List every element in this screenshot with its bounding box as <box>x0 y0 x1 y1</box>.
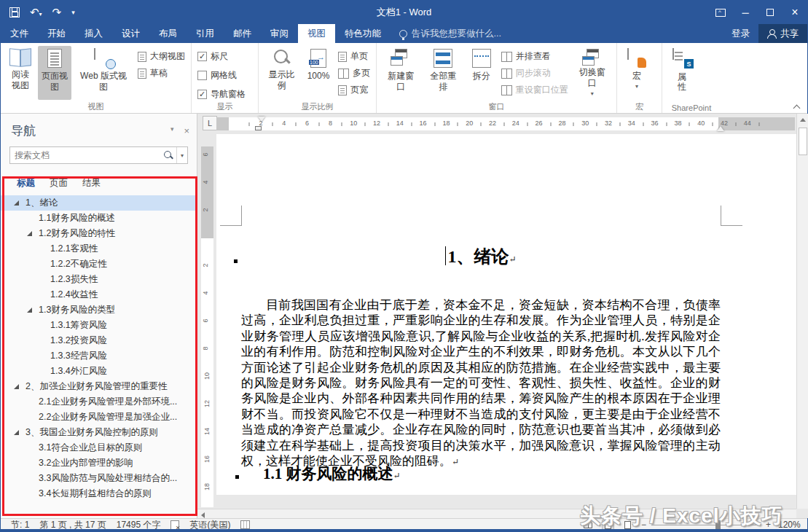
new-window-button[interactable]: 新建窗口 <box>380 46 421 100</box>
nav-tree-item[interactable]: 2.1企业财务风险管理是外部环境... <box>1 394 197 410</box>
zoom-100-button[interactable]: →100 100% <box>302 46 334 100</box>
document-heading1[interactable]: 1、绪论↵ <box>241 245 721 268</box>
redo-icon[interactable]: ↷ <box>52 6 62 19</box>
text-cursor <box>445 246 446 265</box>
arrange-all-button[interactable]: 全部重排 <box>423 46 463 100</box>
nav-tab[interactable]: 页面 <box>44 176 74 191</box>
nav-tree-item[interactable]: 1.3.3经营风险 <box>1 348 197 364</box>
menu-tab-6[interactable]: 邮件 <box>224 24 261 43</box>
nav-tree-item[interactable]: 1.2.3损失性 <box>1 272 197 287</box>
menu-tab-9[interactable]: 特色功能 <box>335 24 391 43</box>
read-mode-button[interactable]: 阅读视图 <box>4 46 36 100</box>
print-layout-button[interactable]: 页面视图 <box>38 46 71 100</box>
ruler-checkbox[interactable]: ✓标尺 <box>197 50 246 63</box>
menu-tab-4[interactable]: 布局 <box>149 24 187 43</box>
nav-tree-item[interactable]: 1、绪论 <box>1 195 197 211</box>
nav-tree-item[interactable]: 1.3.4外汇风险 <box>1 364 197 379</box>
zoom-button[interactable]: 显示比例 <box>262 46 301 100</box>
nav-tree-item-label: 1、绪论 <box>26 197 58 209</box>
menu-tab-8[interactable]: 视图 <box>298 24 335 43</box>
macros-icon <box>627 49 646 68</box>
document-paragraph[interactable]: 目前我国国有企业由于底于差，资本金不足，资金短缺，资本结构不合理，负债率过高，企… <box>241 297 721 470</box>
nav-tree-item[interactable]: 1.2.2不确定性 <box>1 257 197 272</box>
nav-tree-item-label: 3.1符合企业总目标的原则 <box>39 442 142 454</box>
nav-tree-item[interactable]: 1.3.2投资风险 <box>1 333 197 348</box>
nav-tree-item[interactable]: 2、加强企业财务风险管理的重要性 <box>1 379 197 394</box>
customize-qat-icon[interactable]: ▾ <box>71 9 75 16</box>
nav-tree-item[interactable]: 3、我国企业财务风险控制的原则 <box>1 425 197 440</box>
minimize-button[interactable]: ─ <box>733 1 758 24</box>
outline-view-button[interactable]: 大纲视图 <box>138 50 185 63</box>
macros-button[interactable]: 宏 ▾ <box>621 46 653 100</box>
draft-view-button[interactable]: 草稿 <box>138 67 185 79</box>
menu-tab-1[interactable]: 开始 <box>38 24 75 43</box>
document-page[interactable]: 1、绪论↵ 目前我国国有企业由于底于差，资本金不足，资金短缺，资本结构不合理，负… <box>216 134 796 495</box>
nav-pane-menu-icon[interactable]: ▾ <box>170 125 174 136</box>
web-layout-button[interactable]: Web 版式视图 <box>73 46 134 100</box>
nav-pane-check-icon: ✓ <box>197 90 207 99</box>
insert-mode-icon[interactable] <box>240 520 250 529</box>
page-width-button[interactable]: 页宽 <box>338 84 370 96</box>
title-bar: ↶▾ ↷ ▾ 文档1 - Word ─ × <box>1 1 807 24</box>
collapse-triangle-icon[interactable] <box>27 231 32 236</box>
nav-tab[interactable]: 结果 <box>77 176 106 191</box>
collapse-triangle-icon[interactable] <box>14 200 19 206</box>
word-window: ↶▾ ↷ ▾ 文档1 - Word ─ × 文件开始插入设计布局引用邮件审阅视图… <box>0 0 808 532</box>
collapse-ribbon-icon[interactable] <box>794 104 800 110</box>
menu-tab-2[interactable]: 插入 <box>75 24 112 43</box>
gridlines-checkbox[interactable]: 网格线 <box>197 69 246 82</box>
side-by-side-button[interactable]: 并排查看 <box>501 50 568 63</box>
maximize-button[interactable] <box>758 1 782 24</box>
search-input[interactable]: 搜索文档 ▾ <box>9 146 188 164</box>
tab-stop-selector[interactable]: L <box>203 116 217 130</box>
ribbon-display-options-button[interactable] <box>708 1 733 24</box>
search-options-icon[interactable]: ▾ <box>176 147 187 163</box>
multiple-pages-button[interactable]: 多页 <box>338 67 370 79</box>
tell-me-box[interactable]: 告诉我您想要做什么... <box>391 24 501 43</box>
nav-tree-item[interactable]: 1.3财务风险的类型 <box>1 302 197 318</box>
sign-in-button[interactable]: 登录 <box>723 24 758 43</box>
vertical-scroll-thumb[interactable] <box>799 128 807 155</box>
nav-pane-checkbox[interactable]: ✓导航窗格 <box>197 88 246 101</box>
right-indent-marker[interactable] <box>717 126 724 131</box>
nav-tree-item[interactable]: 3.3风险防范与风险处理相结合的... <box>1 471 197 486</box>
nav-tree-item[interactable]: 3.4长短期利益相结合的原则 <box>1 486 197 501</box>
tell-me-label: 告诉我您想要做什么... <box>412 28 501 40</box>
document-heading2[interactable]: 1.1 财务风险的概述↵ <box>263 463 715 484</box>
switch-windows-button[interactable]: 切换窗口 ▾ <box>572 46 613 100</box>
undo-icon[interactable]: ↶▾ <box>30 6 42 19</box>
nav-tree-item[interactable]: 1.2.4收益性 <box>1 287 197 302</box>
share-label: 共享 <box>780 28 799 40</box>
collapse-triangle-icon[interactable] <box>14 384 19 389</box>
nav-tree-item[interactable]: 1.2财务风险的特性 <box>1 226 197 241</box>
nav-tree-item[interactable]: 1.2.1客观性 <box>1 241 197 257</box>
person-icon <box>767 29 776 38</box>
proofing-status-icon[interactable] <box>170 520 179 530</box>
vertical-scrollbar[interactable] <box>796 114 808 509</box>
nav-tree-item[interactable]: 1.3.1筹资风险 <box>1 318 197 333</box>
menu-tab-file[interactable]: 文件 <box>1 24 38 43</box>
collapse-triangle-icon[interactable] <box>14 430 19 435</box>
menu-tab-7[interactable]: 审阅 <box>261 24 298 43</box>
nav-tree-item-label: 1.3.4外汇风险 <box>50 365 107 378</box>
properties-button[interactable]: S 属性 <box>666 46 698 100</box>
split-button[interactable]: 拆分 <box>466 46 498 100</box>
one-page-button[interactable]: 单页 <box>338 50 370 63</box>
search-icon[interactable] <box>163 150 173 160</box>
nav-pane-close-icon[interactable]: × <box>184 125 189 136</box>
menu-tab-5[interactable]: 引用 <box>187 24 224 43</box>
save-icon[interactable] <box>9 7 20 17</box>
horizontal-ruler[interactable]: 2468101214161820222426283032343638404244 <box>216 117 795 130</box>
nav-tree-item[interactable]: 1.1财务风险的概述 <box>1 211 197 226</box>
scroll-up-icon[interactable] <box>797 114 808 126</box>
nav-tab[interactable]: 标题 <box>11 176 41 191</box>
menu-tab-3[interactable]: 设计 <box>112 24 149 43</box>
nav-tree-item[interactable]: 3.1符合企业总目标的原则 <box>1 440 197 455</box>
share-button[interactable]: 共享 <box>758 24 807 43</box>
nav-pane-title: 导航 <box>11 122 36 139</box>
nav-tree-item[interactable]: 2.2企业财务风险管理是加强企业... <box>1 410 197 425</box>
nav-tree-item[interactable]: 3.2企业内部管理的影响 <box>1 455 197 471</box>
read-mode-icon <box>9 49 31 66</box>
close-button[interactable]: × <box>782 1 807 24</box>
collapse-triangle-icon[interactable] <box>27 308 32 313</box>
